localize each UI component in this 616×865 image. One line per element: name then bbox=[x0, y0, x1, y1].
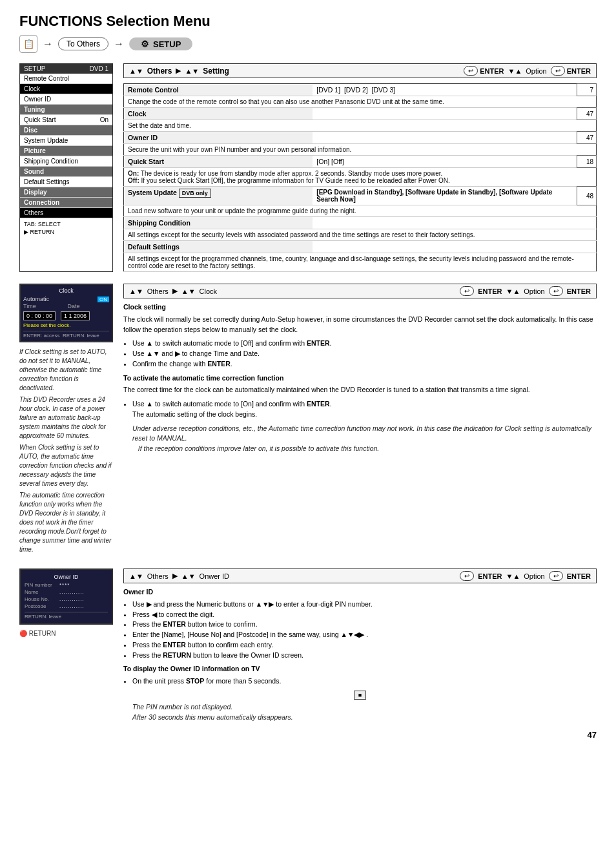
menu-item-default-settings[interactable]: Default Settings bbox=[20, 177, 112, 187]
nav-arrows-2: ▲▼ bbox=[185, 67, 199, 75]
row-clock-desc: Set the date and time. bbox=[124, 120, 597, 132]
menu-item-others[interactable]: Others bbox=[20, 208, 112, 218]
clock-auto-row: Automatic ON bbox=[23, 296, 109, 302]
menu-item-quick-start[interactable]: Quick Start On bbox=[20, 115, 112, 125]
row-remote-control: Remote Control [DVD 1] [DVD 2] [DVD 3] 7 bbox=[124, 84, 597, 96]
option-label-1: Option bbox=[526, 67, 546, 75]
main-content: SETUP DVD 1 Remote Control Clock Owner I… bbox=[19, 63, 597, 272]
row-quick-desc: On: The device is ready for use from sta… bbox=[124, 168, 597, 187]
setup-menu-header: SETUP DVD 1 bbox=[20, 64, 112, 74]
owner-nav: RETURN: leave bbox=[25, 612, 108, 620]
row-header-owner: Owner ID bbox=[124, 132, 313, 144]
row-header-system: System Update DVB only bbox=[124, 187, 313, 205]
menu-item-shipping-condition[interactable]: Shipping Condition bbox=[20, 156, 112, 167]
owner-va: ▼▲ bbox=[506, 572, 520, 580]
clock-auto-intro: The correct time for the clock can be au… bbox=[123, 385, 597, 395]
owner-bullet-3: Press the ENTER button twice to confirm. bbox=[132, 620, 597, 630]
owner-section: Owner ID PIN number **** Name ..........… bbox=[19, 568, 597, 722]
clock-option: Option bbox=[524, 287, 544, 295]
owner-nav-right: ▶ bbox=[172, 572, 178, 580]
owner-italic-note: The PIN number is not displayed.After 30… bbox=[132, 702, 597, 723]
clock-prompt: Please set the clock. bbox=[23, 322, 109, 328]
owner-nav-bar: ▲▼ Others ▶ ▲▼ Onwer ID ↩ ENTER ▼▲ Optio… bbox=[123, 568, 597, 583]
owner-bullet-6: Press the RETURN button to leave the Own… bbox=[132, 651, 597, 661]
menu-section-display: Display bbox=[20, 187, 112, 198]
row-number-clock: 47 bbox=[577, 108, 597, 120]
owner-nav-arrows: ▲▼ bbox=[129, 572, 143, 580]
owner-nav-ownerid: Onwer ID bbox=[200, 572, 229, 580]
clock-nav-clock: Clock bbox=[200, 287, 218, 295]
clock-note-1: If Clock setting is set to AUTO, do not … bbox=[19, 348, 113, 393]
quick-start-label: Quick Start bbox=[24, 116, 56, 123]
owner-header: Owner ID bbox=[123, 587, 597, 598]
owner-display-bullet-1: On the unit press STOP for more than 5 s… bbox=[132, 676, 597, 687]
clock-italic-note: Under adverse reception conditions, etc.… bbox=[132, 424, 597, 454]
row-remote-desc: Change the code of the remote control so… bbox=[124, 96, 597, 108]
clock-bullet-3: Confirm the change with ENTER. bbox=[132, 359, 597, 370]
clock-intro: The clock will normally be set correctly… bbox=[123, 315, 597, 335]
row-header-default: Default Settings bbox=[124, 241, 313, 253]
nav-enter-1: ↩ ENTER bbox=[464, 66, 504, 76]
breadcrumb-arrow1: → bbox=[43, 38, 53, 50]
owner-bullet-4: Enter the [Name], [House No] and [Postco… bbox=[132, 630, 597, 640]
owner-enter-icon1: ↩ bbox=[460, 571, 474, 581]
clock-bullet-2: Use ▲▼ and ▶ to change Time and Date. bbox=[132, 349, 597, 359]
row-header-remote: Remote Control bbox=[124, 84, 313, 96]
enter-label-1: ENTER bbox=[480, 67, 504, 75]
clock-bullets: Use ▲ to switch automatic mode to [Off] … bbox=[132, 339, 597, 369]
clock-section: Clock Automatic ON Time Date 0 : 00 : 00… bbox=[19, 284, 597, 557]
clock-note-4: The automatic time correction function o… bbox=[19, 491, 113, 554]
row-value-quick: [On] [Off] bbox=[313, 156, 577, 168]
clock-enter-icon2: ↩ bbox=[549, 286, 563, 296]
houseno-value: ............ bbox=[59, 596, 85, 602]
auto-label: Automatic bbox=[23, 296, 95, 302]
clock-nav: ENTER: access RETURN: leave bbox=[23, 331, 109, 339]
row-quick-start: Quick Start [On] [Off] 18 bbox=[124, 156, 597, 168]
desc-remote: Change the code of the remote control so… bbox=[124, 96, 577, 108]
clock-mini-screen: Clock Automatic ON Time Date 0 : 00 : 00… bbox=[19, 284, 113, 342]
menu-section-sound: Sound bbox=[20, 167, 112, 177]
clock-enter-icon1: ↩ bbox=[460, 286, 474, 296]
clock-enter-label2: ENTER bbox=[567, 287, 591, 295]
menu-section-picture: Picture bbox=[20, 146, 112, 156]
clock-auto-bullets: Use ▲ to switch automatic mode to [On] a… bbox=[132, 399, 597, 420]
page-number: 47 bbox=[19, 730, 597, 740]
menu-item-clock[interactable]: Clock bbox=[20, 84, 112, 94]
menu-item-remote-control[interactable]: Remote Control bbox=[20, 74, 112, 84]
owner-option: Option bbox=[524, 572, 544, 580]
date-input[interactable]: 1 1 2006 bbox=[61, 311, 90, 320]
clock-auto-bullet-1: Use ▲ to switch automatic mode to [On] a… bbox=[132, 399, 597, 420]
breadcrumb-icon: 📋 bbox=[19, 35, 37, 53]
owner-bullet-2: Press ◀ to correct the digit. bbox=[132, 610, 597, 620]
row-system-update: System Update DVB only [EPG Download in … bbox=[124, 187, 597, 205]
clock-nav-right: ▶ bbox=[172, 287, 178, 295]
setup-menu-nav: TAB: SELECT ▶ RETURN bbox=[20, 218, 112, 238]
setup-menu: SETUP DVD 1 Remote Control Clock Owner I… bbox=[19, 63, 113, 272]
auto-on-badge: ON bbox=[98, 297, 109, 302]
pin-value: **** bbox=[59, 582, 70, 588]
nav-label-setting: Setting bbox=[203, 67, 229, 76]
owner-enter-label2: ENTER bbox=[567, 572, 591, 580]
row-owner-desc: Secure the unit with your own PIN number… bbox=[124, 144, 597, 156]
row-number-system: 48 bbox=[577, 187, 597, 205]
row-header-quick: Quick Start bbox=[124, 156, 313, 168]
menu-item-owner-id[interactable]: Owner ID bbox=[20, 94, 112, 105]
clock-enter-label1: ENTER bbox=[478, 287, 502, 295]
row-default: Default Settings bbox=[124, 241, 597, 253]
owner-nav-arrows2: ▲▼ bbox=[181, 572, 196, 580]
row-number-remote: 7 bbox=[577, 84, 597, 96]
time-input[interactable]: 0 : 00 : 00 bbox=[23, 311, 56, 320]
owner-postcode-row: Postcode ............ bbox=[25, 603, 108, 609]
owner-bullet-1: Use ▶ and press the Numeric buttons or ▲… bbox=[132, 599, 597, 610]
time-label: Time bbox=[23, 303, 65, 309]
page-title: FUNCTIONS Selection Menu bbox=[19, 13, 597, 30]
breadcrumb-setup: ⚙ SETUP bbox=[129, 37, 192, 50]
owner-name-row: Name ............ bbox=[25, 589, 108, 595]
enter-icon-1: ↩ bbox=[464, 66, 478, 76]
menu-section-connection: Connection bbox=[20, 198, 112, 208]
owner-enter-icon2: ↩ bbox=[549, 571, 563, 581]
postcode-label: Postcode bbox=[25, 603, 57, 609]
menu-item-system-update[interactable]: System Update bbox=[20, 136, 112, 146]
quick-start-value: On bbox=[100, 116, 108, 123]
owner-icon-indicator: 🔴 RETURN bbox=[19, 630, 113, 637]
